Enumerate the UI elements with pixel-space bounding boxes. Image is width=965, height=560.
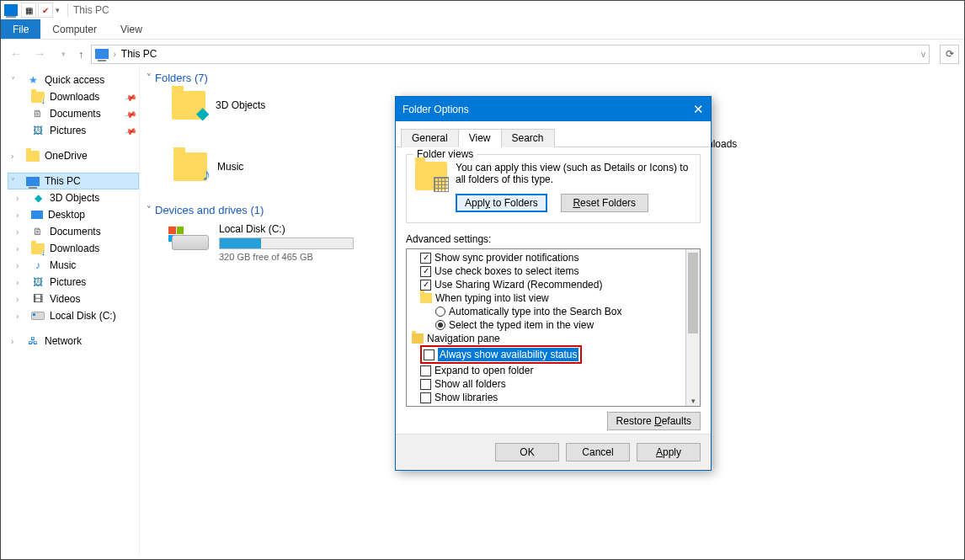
adv-typing-group: When typing into list view — [410, 291, 685, 305]
adv-use-checkboxes[interactable]: Use check boxes to select items — [410, 264, 685, 278]
radio-icon[interactable] — [435, 307, 445, 317]
sidebar-item-documents[interactable]: 🗎 Documents — [8, 223, 139, 240]
checkbox-icon[interactable] — [424, 349, 435, 360]
sidebar-item-local-disk[interactable]: Local Disk (C:) — [8, 307, 139, 324]
adv-sync-notifications[interactable]: Show sync provider notifications — [410, 251, 685, 264]
advanced-settings-label: Advanced settings: — [406, 233, 701, 245]
folders-group-header[interactable]: Folders (7) — [147, 72, 964, 84]
address-dropdown-icon[interactable]: v — [921, 50, 925, 59]
sidebar-item-pictures[interactable]: 🖼 Pictures 📌 — [8, 122, 139, 139]
sidebar-item-downloads[interactable]: Downloads — [8, 240, 139, 257]
reset-folders-button[interactable]: Reset Folders — [561, 194, 648, 212]
sidebar-item-label: Documents — [50, 226, 101, 237]
folder-views-desc: You can apply this view (such as Details… — [456, 162, 691, 185]
adv-sharing-wizard[interactable]: Use Sharing Wizard (Recommended) — [410, 278, 685, 291]
checkbox-icon[interactable] — [420, 280, 431, 291]
qat-properties-icon[interactable]: ▦ — [21, 3, 36, 18]
folder-label: Music — [217, 161, 243, 173]
radio-icon[interactable] — [435, 320, 445, 330]
qat-newfolder-icon[interactable]: ✔ — [38, 3, 53, 18]
tab-view[interactable]: View — [109, 19, 154, 39]
app-icon — [4, 4, 18, 16]
videos-icon: 🎞 — [31, 292, 45, 306]
network-icon: 🖧 — [26, 334, 40, 348]
apply-button[interactable]: Apply — [637, 443, 701, 461]
scrollbar[interactable]: ▾ — [685, 249, 700, 406]
adv-expand-folder[interactable]: Expand to open folder — [410, 364, 685, 377]
restore-defaults-button[interactable]: Restore Defaults — [607, 412, 701, 430]
folder-icon — [420, 293, 432, 303]
recent-dropdown-icon[interactable]: ▾ — [55, 50, 72, 58]
quick-access-icon: ★ — [26, 73, 40, 87]
downloads-icon — [31, 92, 45, 103]
adv-availability-status[interactable]: Always show availability status — [410, 345, 685, 364]
tab-file[interactable]: File — [1, 19, 40, 39]
sidebar-item-documents[interactable]: 🗎 Documents 📌 — [8, 105, 139, 122]
drive-icon — [31, 312, 45, 320]
documents-icon: 🗎 — [31, 107, 45, 120]
adv-show-all-folders[interactable]: Show all folders — [410, 377, 685, 391]
sidebar-item-music[interactable]: ♪ Music — [8, 257, 139, 274]
drive-capacity-bar — [219, 237, 354, 249]
sidebar-network[interactable]: 🖧 Network — [8, 333, 139, 349]
tab-view[interactable]: View — [458, 129, 502, 147]
apply-to-folders-button[interactable]: Apply to Folders — [456, 194, 547, 212]
folder-icon — [412, 333, 424, 344]
tab-computer[interactable]: Computer — [40, 19, 109, 39]
dialog-titlebar[interactable]: Folder Options ✕ — [396, 97, 711, 121]
adv-type-select[interactable]: Select the typed item in the view — [410, 318, 685, 332]
sidebar-item-label: Network — [45, 335, 82, 347]
back-button[interactable]: ← — [8, 47, 24, 61]
advanced-settings-listbox[interactable]: Show sync provider notifications Use che… — [406, 248, 701, 407]
sidebar-quick-access[interactable]: ★ Quick access — [8, 72, 139, 88]
sidebar-this-pc[interactable]: This PC — [8, 173, 139, 189]
sidebar-item-pictures[interactable]: 🖼 Pictures — [8, 274, 139, 291]
qat-dropdown-icon[interactable]: ▾ — [56, 6, 60, 14]
adv-type-searchbox[interactable]: Automatically type into the Search Box — [410, 305, 685, 318]
tab-general[interactable]: General — [401, 129, 459, 147]
checkbox-icon[interactable] — [420, 253, 431, 264]
sidebar-item-label: Downloads — [50, 91, 99, 103]
checkbox-icon[interactable] — [420, 365, 431, 376]
folder-icon: ◆ — [172, 91, 205, 120]
desktop-icon — [31, 211, 43, 219]
chevron-right-icon[interactable]: › — [114, 50, 116, 59]
ok-button[interactable]: OK — [495, 443, 559, 461]
scrollbar-thumb[interactable] — [688, 253, 698, 333]
drive-label: Local Disk (C:) — [219, 223, 354, 235]
checkbox-icon[interactable] — [420, 392, 431, 403]
folder-music[interactable]: ♪ Music — [173, 152, 367, 181]
divider — [67, 3, 68, 17]
folder-3d-objects[interactable]: ◆ 3D Objects — [172, 91, 365, 120]
sidebar-item-label: Music — [50, 259, 76, 271]
sidebar-item-3d-objects[interactable]: ◆ 3D Objects — [8, 189, 139, 206]
folder-views-icon — [415, 162, 447, 190]
address-bar[interactable]: › This PC v — [91, 45, 930, 64]
sidebar-item-label: Desktop — [48, 209, 85, 221]
close-icon[interactable]: ✕ — [693, 102, 704, 117]
sidebar-item-desktop[interactable]: Desktop — [8, 206, 139, 223]
dialog-button-row: OK Cancel Apply — [396, 434, 711, 470]
refresh-button[interactable]: ⟳ — [940, 45, 959, 64]
sidebar-onedrive[interactable]: OneDrive — [8, 147, 139, 164]
title-bar: ▦ ✔ ▾ This PC — [1, 1, 964, 19]
up-button[interactable]: ↑ — [78, 48, 84, 61]
onedrive-icon — [26, 151, 40, 162]
checkbox-icon[interactable] — [420, 266, 431, 277]
drive-local-disk[interactable]: Local Disk (C:) 320 GB free of 465 GB — [147, 223, 365, 262]
pc-icon — [26, 177, 40, 186]
forward-button[interactable]: → — [31, 47, 48, 61]
cancel-button[interactable]: Cancel — [566, 443, 630, 461]
tab-search[interactable]: Search — [501, 129, 555, 147]
dialog-title: Folder Options — [403, 104, 469, 115]
sidebar-item-downloads[interactable]: Downloads 📌 — [8, 88, 139, 105]
sidebar-item-label: Pictures — [50, 276, 86, 288]
checkbox-icon[interactable] — [420, 379, 431, 390]
folder-views-group: Folder views You can apply this view (su… — [406, 154, 701, 223]
ribbon-tabs: File Computer View — [1, 19, 964, 40]
scroll-down-icon[interactable]: ▾ — [686, 397, 700, 405]
sidebar-item-videos[interactable]: 🎞 Videos — [8, 291, 139, 307]
adv-show-libraries[interactable]: Show libraries — [410, 391, 685, 404]
sidebar-item-label: Videos — [50, 293, 80, 305]
quick-access-toolbar: ▦ ✔ — [21, 3, 53, 18]
